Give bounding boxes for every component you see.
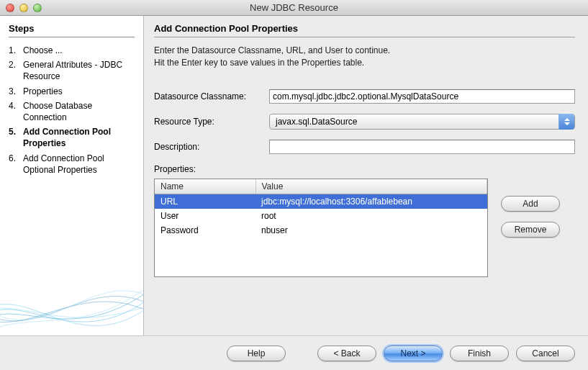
datasource-classname-input[interactable]	[269, 89, 575, 104]
properties-side-buttons: Add Remove	[501, 196, 560, 238]
property-value-cell[interactable]: jdbc:mysql://localhost:3306/affablebean	[255, 194, 487, 209]
zoom-window-button[interactable]	[33, 4, 42, 12]
properties-label: Properties:	[154, 164, 575, 174]
description-label: Description:	[154, 142, 269, 152]
table-row[interactable]: Userroot	[155, 209, 487, 223]
table-empty-space	[155, 238, 487, 276]
resource-type-select[interactable]: javax.sql.DataSource	[269, 114, 575, 130]
instructions-line-1: Enter the Datasource Classname, URL, and…	[154, 45, 575, 57]
steps-sidebar: Steps 1.Choose ...2.General Attributes -…	[0, 16, 144, 335]
cancel-button[interactable]: Cancel	[516, 346, 575, 361]
step-number: 4.	[9, 100, 23, 112]
properties-area: Name Value URLjdbc:mysql://localhost:330…	[154, 179, 575, 277]
step-label: Choose Database Connection	[23, 100, 135, 123]
main-panel: Add Connection Pool Properties Enter the…	[144, 16, 588, 335]
wizard-decoration	[0, 249, 144, 335]
step-item: 6.Add Connection Pool Optional Propertie…	[9, 151, 135, 177]
close-window-button[interactable]	[6, 4, 14, 12]
column-header-name[interactable]: Name	[155, 179, 255, 194]
step-label: General Attributes - JDBC Resource	[23, 59, 135, 82]
description-input[interactable]	[269, 140, 575, 154]
property-name-cell[interactable]: Password	[155, 223, 255, 238]
table-row[interactable]: URLjdbc:mysql://localhost:3306/affablebe…	[155, 194, 487, 209]
step-label: Choose ...	[23, 45, 135, 56]
step-label: Properties	[23, 86, 135, 97]
step-item: 4.Choose Database Connection	[9, 99, 135, 125]
step-number: 3.	[9, 86, 23, 97]
property-name-cell[interactable]: User	[155, 209, 255, 223]
step-item: 3.Properties	[9, 84, 135, 99]
step-item: 1.Choose ...	[9, 43, 135, 58]
steps-list: 1.Choose ...2.General Attributes - JDBC …	[9, 43, 135, 177]
instructions: Enter the Datasource Classname, URL, and…	[154, 45, 575, 69]
finish-button[interactable]: Finish	[450, 346, 509, 361]
step-label: Add Connection Pool Properties	[23, 126, 135, 149]
datasource-classname-row: Datasource Classname:	[154, 89, 575, 104]
add-button[interactable]: Add	[501, 196, 560, 212]
property-value-cell[interactable]: nbuser	[255, 223, 487, 238]
remove-button[interactable]: Remove	[501, 222, 560, 238]
resource-type-value: javax.sql.DataSource	[276, 117, 357, 127]
next-button[interactable]: Next >	[384, 346, 443, 361]
window-controls	[6, 4, 42, 12]
window-title: New JDBC Resource	[0, 2, 588, 13]
resource-type-label: Resource Type:	[154, 117, 269, 127]
properties-table[interactable]: Name Value URLjdbc:mysql://localhost:330…	[155, 179, 487, 276]
table-row[interactable]: Passwordnbuser	[155, 223, 487, 238]
step-number: 5.	[9, 126, 23, 137]
wizard-body: Steps 1.Choose ...2.General Attributes -…	[0, 16, 588, 335]
description-row: Description:	[154, 140, 575, 154]
step-item: 2.General Attributes - JDBC Resource	[9, 58, 135, 84]
property-name-cell[interactable]: URL	[155, 194, 255, 209]
step-number: 6.	[9, 153, 23, 164]
datasource-classname-label: Datasource Classname:	[154, 91, 269, 101]
minimize-window-button[interactable]	[19, 4, 28, 12]
select-arrows-icon	[558, 114, 574, 130]
step-number: 1.	[9, 45, 23, 56]
steps-heading: Steps	[9, 23, 135, 37]
step-item: 5.Add Connection Pool Properties	[9, 125, 135, 150]
step-label: Add Connection Pool Optional Properties	[23, 153, 135, 176]
column-header-value[interactable]: Value	[255, 179, 487, 194]
back-button[interactable]: < Back	[317, 346, 376, 361]
wizard-button-bar: Help < Back Next > Finish Cancel	[0, 335, 588, 370]
step-number: 2.	[9, 59, 23, 71]
properties-table-container: Name Value URLjdbc:mysql://localhost:330…	[154, 179, 488, 277]
titlebar: New JDBC Resource	[0, 0, 588, 16]
page-heading: Add Connection Pool Properties	[154, 23, 575, 37]
resource-type-row: Resource Type: javax.sql.DataSource	[154, 114, 575, 130]
instructions-line-2: Hit the Enter key to save values in the …	[154, 57, 575, 69]
help-button[interactable]: Help	[227, 346, 286, 361]
property-value-cell[interactable]: root	[255, 209, 487, 223]
